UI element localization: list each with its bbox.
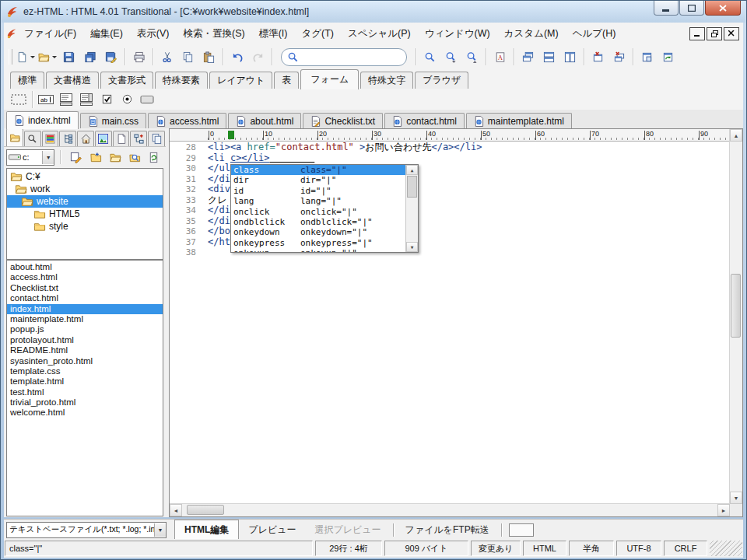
tree-item-work[interactable]: work <box>7 183 163 195</box>
doc-tab-access.html[interactable]: access.html <box>148 113 226 129</box>
highlight-doc-button[interactable]: A <box>489 47 510 67</box>
sidebar-tab-document[interactable] <box>113 131 130 146</box>
autocomplete-scroll-thumb[interactable] <box>407 176 417 198</box>
sidebar-tab-search[interactable] <box>24 131 41 146</box>
autocomplete-scrollbar[interactable]: ▲ ▼ <box>405 165 418 252</box>
print-button[interactable] <box>128 47 149 67</box>
file-item-contact.html[interactable]: contact.html <box>7 293 163 303</box>
bottom-tab-preview[interactable]: プレビュー <box>239 520 305 540</box>
scroll-down-arrow[interactable]: ▼ <box>730 492 742 504</box>
file-item-template.html[interactable]: template.html <box>7 376 163 387</box>
menu-help[interactable]: ヘルプ(H) <box>566 23 623 44</box>
autocomplete-item-onkeydown[interactable]: onkeydownonkeydown="|" <box>231 227 406 237</box>
open-folder-dropdown-arrow[interactable] <box>52 56 57 61</box>
combobox-tool-button[interactable] <box>76 90 96 108</box>
drive-dropdown-button[interactable]: ▼ <box>42 151 54 164</box>
cut-button[interactable] <box>156 47 177 67</box>
restore-window-button[interactable] <box>637 47 658 67</box>
autocomplete-item-lang[interactable]: langlang="|" <box>231 196 406 206</box>
bottom-tab-html-edit[interactable]: HTML編集 <box>174 520 239 541</box>
textbox-tool-button[interactable]: ab <box>36 90 56 108</box>
editor-vscrollbar[interactable]: ▲ ▼ <box>729 129 742 504</box>
find-in-folder-button[interactable] <box>124 149 144 166</box>
find-prev-button[interactable] <box>461 47 482 67</box>
minimize-button[interactable] <box>654 1 679 16</box>
mdi-restore-button[interactable] <box>707 27 722 40</box>
file-item-test.html[interactable]: test.html <box>7 387 163 397</box>
new-file-dropdown-arrow[interactable] <box>30 56 35 61</box>
sidebar-tab-image[interactable] <box>95 131 112 146</box>
find-next-button[interactable] <box>440 47 461 67</box>
file-item-syasinten_proto.html[interactable]: syasinten_proto.html <box>7 356 163 366</box>
hscroll-thumb[interactable] <box>187 505 224 515</box>
refresh-button[interactable] <box>144 149 163 166</box>
tab-browser[interactable]: ブラウザ <box>415 72 468 89</box>
form-area-tool-button[interactable] <box>9 90 29 108</box>
save-as-button[interactable] <box>100 47 121 67</box>
tab-form[interactable]: フォーム <box>300 69 359 89</box>
file-item-protolayout.html[interactable]: protolayout.html <box>7 335 163 345</box>
edit-page-button[interactable] <box>66 149 86 166</box>
sidebar-tab-home[interactable] <box>77 131 94 146</box>
file-item-popup.js[interactable]: popup.js <box>7 324 163 334</box>
autocomplete-item-onkeyup[interactable]: onkeyuponkeyup="|" <box>231 248 406 252</box>
menu-window[interactable]: ウィンドウ(W) <box>418 23 497 44</box>
drive-selector[interactable]: c: ▼ <box>6 149 54 166</box>
menu-view[interactable]: 表示(V) <box>130 23 177 44</box>
file-item-welcome.html[interactable]: welcome.html <box>7 408 163 418</box>
menu-search-replace[interactable]: 検索・置換(S) <box>176 23 251 44</box>
toolbar-search-input[interactable] <box>302 51 401 62</box>
paste-button[interactable] <box>198 47 219 67</box>
save-button[interactable] <box>58 47 79 67</box>
open-folder-small-button[interactable] <box>105 149 124 166</box>
tab-layout[interactable]: レイアウト <box>209 72 272 89</box>
maximize-button[interactable] <box>679 1 704 16</box>
open-with-button[interactable] <box>86 149 105 166</box>
menu-standard[interactable]: 標準(I) <box>252 23 295 44</box>
doc-tab-Checklist.txt[interactable]: Checklist.txt <box>303 113 383 129</box>
menu-special[interactable]: スペシャル(P) <box>341 23 418 44</box>
menu-edit[interactable]: 編集(E) <box>83 23 130 44</box>
document-system-icon[interactable] <box>6 28 17 39</box>
doc-tab-main.css[interactable]: main.css <box>80 113 146 129</box>
file-item-Checklist.txt[interactable]: Checklist.txt <box>7 283 163 293</box>
close-button[interactable] <box>705 1 741 16</box>
doc-tab-contact.html[interactable]: contact.html <box>384 113 465 129</box>
toolbar-grip[interactable] <box>9 49 12 65</box>
tab-doc-format[interactable]: 文書形式 <box>100 72 153 89</box>
menu-tag[interactable]: タグ(T) <box>294 23 341 44</box>
tab-table[interactable]: 表 <box>274 72 299 89</box>
checkbox-tool-button[interactable] <box>96 90 117 108</box>
file-item-access.html[interactable]: access.html <box>7 272 163 282</box>
file-item-index.html[interactable]: index.html <box>7 304 163 314</box>
listbox-tool-button[interactable] <box>56 90 76 108</box>
pushbutton-tool-button[interactable] <box>137 90 157 108</box>
autocomplete-item-ondblclick[interactable]: ondblclickondblclick="|" <box>231 217 406 227</box>
editor-hscrollbar[interactable]: ◄ ► <box>170 503 730 516</box>
autocomplete-item-class[interactable]: classclass="|" <box>231 165 406 175</box>
menu-file[interactable]: ファイル(F) <box>17 23 83 44</box>
file-item-README.html[interactable]: README.html <box>7 345 163 355</box>
close-window-button[interactable] <box>587 47 608 67</box>
autocomplete-item-onkeypress[interactable]: onkeypressonkeypress="|" <box>231 238 406 248</box>
autocomplete-item-onclick[interactable]: onclickonclick="|" <box>231 207 406 217</box>
mdi-close-button[interactable] <box>724 27 739 40</box>
tree-item-style[interactable]: style <box>7 220 163 233</box>
file-filter-dropdown-button[interactable]: ▼ <box>154 523 166 537</box>
tree-item-HTML5[interactable]: HTML5 <box>7 208 163 220</box>
radio-tool-button[interactable] <box>117 90 137 108</box>
doc-tab-index.html[interactable]: index.html <box>6 111 79 129</box>
cascade-windows-button[interactable] <box>517 47 538 67</box>
undo-button[interactable] <box>226 47 247 67</box>
tile-vertical-button[interactable] <box>559 47 580 67</box>
file-item-trivial_proto.html[interactable]: trivial_proto.html <box>7 397 163 408</box>
tab-special-chars[interactable]: 特殊文字 <box>360 72 413 89</box>
scroll-up-arrow[interactable]: ▲ <box>730 129 742 142</box>
file-item-maintemplate.html[interactable]: maintemplate.html <box>7 314 163 324</box>
open-folder-button[interactable] <box>37 47 58 67</box>
scroll-right-arrow[interactable]: ► <box>717 504 730 516</box>
menu-custom[interactable]: カスタム(M) <box>497 23 566 44</box>
doc-tab-maintemplate.html[interactable]: maintemplate.html <box>466 113 572 129</box>
mdi-minimize-button[interactable] <box>689 27 705 40</box>
vscroll-thumb[interactable] <box>731 274 741 338</box>
